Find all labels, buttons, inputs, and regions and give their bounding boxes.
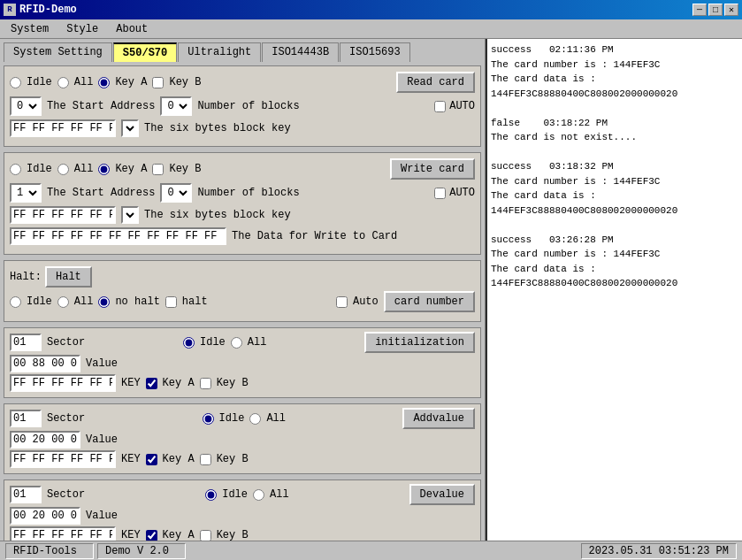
read-card-button[interactable]: Read card xyxy=(396,72,475,93)
write-keyb-label: Key B xyxy=(169,163,201,175)
write-block-key-input[interactable] xyxy=(10,206,116,224)
init-all-radio[interactable] xyxy=(231,337,242,349)
read-idle-radio[interactable] xyxy=(10,77,21,88)
addvalue-button[interactable]: Addvalue xyxy=(402,408,475,429)
write-keya-radio[interactable] xyxy=(98,164,110,175)
status-bar: RFID-Tools Demo V 2.0 2023.05.31 03:51:2… xyxy=(0,541,742,560)
write-data-label: The Data for Write to Card xyxy=(232,230,397,242)
init-key-input[interactable] xyxy=(10,374,116,392)
menu-about[interactable]: About xyxy=(109,21,155,37)
addvalue-section: Sector Idle All Addvalue Value KEY Key A… xyxy=(4,403,481,474)
read-block-key-select[interactable]: ▼ xyxy=(121,119,139,137)
menu-style[interactable]: Style xyxy=(59,21,105,37)
write-all-radio[interactable] xyxy=(57,164,69,175)
devalue-keya-check[interactable] xyxy=(146,530,157,541)
tab-ultralight[interactable]: Ultralight xyxy=(178,42,261,62)
addvalue-keyb-label: Key B xyxy=(217,453,249,465)
addvalue-value-input[interactable] xyxy=(10,431,80,449)
write-num-blocks-select[interactable]: 010204 xyxy=(160,183,192,203)
addvalue-key-input[interactable] xyxy=(10,450,116,468)
halt-auto-check[interactable] xyxy=(336,296,348,308)
status-left: RFID-Tools xyxy=(5,543,94,559)
init-button[interactable]: initialization xyxy=(364,332,475,353)
read-keya-label: Key A xyxy=(115,76,147,88)
card-number-button[interactable]: card number xyxy=(384,291,475,312)
window-title: RFID-Demo xyxy=(19,4,692,16)
init-keyb-label: Key B xyxy=(217,377,249,389)
halt-row: Halt: Halt xyxy=(10,266,92,288)
init-idle-radio[interactable] xyxy=(183,337,195,349)
write-auto-check[interactable] xyxy=(434,188,446,199)
init-value-input[interactable] xyxy=(10,355,80,372)
write-data-input[interactable] xyxy=(10,227,226,245)
window-controls: ─ □ ✕ xyxy=(692,4,738,16)
read-keyb-check[interactable] xyxy=(152,77,164,88)
addvalue-idle-label: Idle xyxy=(219,412,245,425)
devalue-button[interactable]: Devalue xyxy=(409,484,475,505)
halt-nohalt-radio[interactable] xyxy=(98,296,110,308)
tab-iso14443b[interactable]: ISO14443B xyxy=(262,42,339,62)
read-idle-label: Idle xyxy=(27,76,52,88)
read-num-blocks-label: Number of blocks xyxy=(197,100,299,112)
write-idle-radio[interactable] xyxy=(10,164,21,175)
addvalue-sector-input[interactable] xyxy=(10,410,42,427)
init-keyb-check[interactable] xyxy=(200,378,211,389)
write-block-key-select[interactable]: ▼ xyxy=(121,206,139,224)
init-key-label: KEY xyxy=(121,377,141,389)
read-auto-check[interactable] xyxy=(434,101,446,112)
read-block-key-label: The six bytes block key xyxy=(144,122,291,134)
menu-system[interactable]: System xyxy=(4,21,56,37)
tab-system-setting[interactable]: System Setting xyxy=(4,42,112,62)
init-sector-label: Sector xyxy=(47,336,85,349)
halt-auto-label: Auto xyxy=(353,295,379,308)
devalue-section: Sector Idle All Devalue Value KEY Key A … xyxy=(4,479,481,541)
devalue-sector-label: Sector xyxy=(47,488,85,501)
status-center: Demo V 2.0 xyxy=(97,543,186,559)
init-keya-check[interactable] xyxy=(146,378,157,389)
left-panel: System Setting S50/S70 Ultralight ISO144… xyxy=(0,39,486,541)
devalue-sector-input[interactable] xyxy=(10,486,42,503)
devalue-keyb-check[interactable] xyxy=(200,530,211,541)
halt-all-radio[interactable] xyxy=(57,296,69,308)
minimize-button[interactable]: ─ xyxy=(692,4,707,16)
write-card-button[interactable]: Write card xyxy=(390,158,475,180)
devalue-keya-label: Key A xyxy=(163,529,195,541)
tab-s50-s70[interactable]: S50/S70 xyxy=(113,42,177,62)
addvalue-keyb-check[interactable] xyxy=(200,454,211,465)
addvalue-idle-radio[interactable] xyxy=(203,413,214,425)
write-keyb-check[interactable] xyxy=(152,164,164,175)
close-button[interactable]: ✕ xyxy=(724,4,738,16)
read-section: Idle All Key A Key B Read card 000110 Th… xyxy=(4,65,481,147)
addvalue-sector-label: Sector xyxy=(47,412,85,425)
addvalue-all-radio[interactable] xyxy=(249,413,261,425)
halt-check[interactable] xyxy=(165,296,177,308)
write-num-blocks-label: Number of blocks xyxy=(197,187,299,199)
read-all-radio[interactable] xyxy=(57,77,69,88)
init-all-label: All xyxy=(248,336,267,349)
init-value-label: Value xyxy=(86,357,118,370)
addvalue-keya-label: Key A xyxy=(163,453,195,465)
tab-iso15693[interactable]: ISO15693 xyxy=(340,42,410,62)
halt-idle-radio[interactable] xyxy=(10,296,21,308)
read-start-addr-select[interactable]: 000110 xyxy=(10,96,42,116)
halt-button[interactable]: Halt xyxy=(45,266,92,288)
devalue-key-input[interactable] xyxy=(10,526,116,541)
write-start-addr-select[interactable]: 100001 xyxy=(10,183,42,203)
menu-bar: System Style About xyxy=(0,19,742,39)
app-icon: R xyxy=(4,4,16,16)
read-all-label: All xyxy=(74,76,94,88)
read-keya-radio[interactable] xyxy=(98,77,110,88)
read-block-key-input[interactable] xyxy=(10,119,116,137)
init-sector-input[interactable] xyxy=(10,334,42,351)
addvalue-keya-check[interactable] xyxy=(146,454,157,465)
devalue-value-input[interactable] xyxy=(10,507,80,525)
maximize-button[interactable]: □ xyxy=(708,4,723,16)
halt-all-label: All xyxy=(74,295,94,308)
tab-bar: System Setting S50/S70 Ultralight ISO144… xyxy=(4,42,481,62)
write-all-label: All xyxy=(74,163,94,175)
devalue-idle-radio[interactable] xyxy=(205,489,217,501)
devalue-all-radio[interactable] xyxy=(253,489,264,501)
read-num-blocks-select[interactable]: 010204 xyxy=(160,96,192,116)
halt-check-label: halt xyxy=(182,295,208,308)
halt-nohalt-label: no halt xyxy=(115,295,159,308)
